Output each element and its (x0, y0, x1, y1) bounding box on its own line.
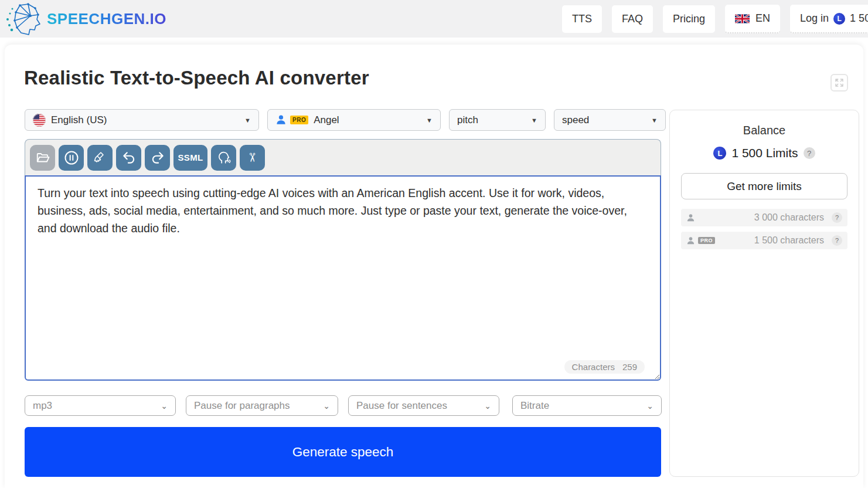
clear-text-button[interactable] (87, 145, 113, 171)
top-header: SPEECHGEN.IO TTS FAQ Pricing EN Log in L… (0, 0, 868, 38)
nav-tts-button[interactable]: TTS (562, 5, 602, 33)
speaking-head-icon (216, 150, 232, 165)
undo-icon (121, 150, 137, 165)
fullscreen-button[interactable] (830, 74, 848, 92)
free-limit-value: 3 000 characters (754, 212, 824, 223)
pitch-select[interactable]: pitch ▼ (449, 109, 546, 131)
pro-limit-value: 1 500 characters (754, 235, 824, 246)
pause-sentences-select[interactable]: Pause for sentences ⌄ (348, 395, 499, 416)
redo-icon (150, 150, 165, 165)
free-limit-help-icon[interactable]: ? (832, 212, 842, 223)
chevron-down-icon: ▼ (426, 117, 433, 124)
pause-paragraphs-value: Pause for paragraphs (194, 400, 290, 412)
editor-toolbar: SSML ✂ (25, 139, 661, 175)
limits-badge-icon: L (713, 147, 726, 160)
balance-sidebar: Balance L 1 500 Limits ? Get more limits… (669, 110, 859, 477)
pitch-select-value: pitch (457, 114, 478, 126)
voice-preview-button[interactable] (211, 145, 236, 171)
logo-head-icon (5, 2, 42, 36)
open-file-button[interactable] (30, 145, 55, 171)
login-label: Log in (800, 12, 829, 25)
language-select-value: English (US) (51, 114, 107, 126)
pause-icon (63, 150, 80, 166)
voice-select-value: Angel (314, 114, 339, 126)
speed-select-value: speed (562, 114, 589, 126)
login-balance: 1 500 (850, 12, 868, 25)
chevron-down-icon: ▼ (244, 117, 251, 124)
person-icon (275, 114, 287, 126)
language-switcher[interactable]: EN (725, 5, 780, 33)
logo[interactable]: SPEECHGEN.IO (5, 2, 166, 36)
free-limit-row: 3 000 characters ? (681, 209, 847, 226)
us-flag-icon (33, 114, 46, 127)
undo-button[interactable] (116, 145, 141, 171)
language-select[interactable]: English (US) ▼ (25, 109, 259, 131)
format-select-value: mp3 (33, 400, 52, 412)
uk-flag-icon (735, 14, 750, 23)
format-select[interactable]: mp3 ⌄ (25, 395, 176, 416)
voice-selectors-row: English (US) ▼ PRO Angel ▼ pitch ▼ speed… (25, 109, 666, 131)
fullscreen-icon (834, 77, 845, 88)
pause-paragraphs-select[interactable]: Pause for paragraphs ⌄ (186, 395, 338, 416)
pause-button[interactable] (59, 145, 84, 171)
speed-select[interactable]: speed ▼ (554, 109, 666, 131)
balance-title: Balance (670, 124, 859, 137)
person-icon (686, 214, 695, 222)
header-nav: TTS FAQ Pricing EN Log in L 1 500 (562, 5, 868, 33)
login-button[interactable]: Log in L 1 500 (790, 5, 868, 33)
main-card: Realistic Text-to-Speech AI converter (5, 45, 863, 488)
ssml-button[interactable]: SSML (173, 145, 207, 171)
limits-value: 1 500 Limits (731, 146, 798, 160)
pro-limit-help-icon[interactable]: ? (832, 235, 842, 246)
limits-badge-icon: L (833, 13, 845, 25)
voice-select[interactable]: PRO Angel ▼ (267, 109, 441, 131)
scissors-icon: ✂ (246, 152, 258, 163)
page-title: Realistic Text-to-Speech AI converter (24, 67, 369, 89)
chevron-down-icon: ▼ (531, 117, 537, 124)
pro-limit-row: PRO 1 500 characters ? (681, 232, 847, 249)
nav-faq-button[interactable]: FAQ (612, 5, 653, 33)
brush-icon (93, 151, 107, 165)
nav-pricing-button[interactable]: Pricing (663, 5, 715, 33)
limits-help-icon[interactable]: ? (804, 147, 815, 159)
chevron-down-icon: ▼ (651, 117, 658, 124)
person-icon (686, 236, 695, 245)
pause-sentences-value: Pause for sentences (356, 400, 447, 412)
redo-button[interactable] (145, 145, 170, 171)
bitrate-select[interactable]: Bitrate ⌄ (512, 395, 662, 416)
logo-text: SPEECHGEN.IO (47, 10, 166, 28)
pro-badge: PRO (290, 116, 308, 124)
limits-line: L 1 500 Limits ? (670, 146, 859, 160)
cut-button[interactable]: ✂ (240, 145, 265, 171)
language-label: EN (755, 12, 770, 25)
text-input-area[interactable]: Turn your text into speech using cutting… (25, 175, 661, 381)
output-options-row: mp3 ⌄ Pause for paragraphs ⌄ Pause for s… (25, 395, 662, 416)
get-more-limits-button[interactable]: Get more limits (681, 173, 847, 199)
generate-speech-button[interactable]: Generate speech (25, 427, 661, 477)
character-limit-rows: 3 000 characters ? PRO 1 500 characters … (681, 209, 847, 249)
folder-icon (35, 150, 50, 165)
bitrate-select-value: Bitrate (520, 400, 549, 412)
text-editor: SSML ✂ Turn your text into speech using … (25, 139, 661, 381)
pro-badge-gray: PRO (698, 237, 715, 244)
